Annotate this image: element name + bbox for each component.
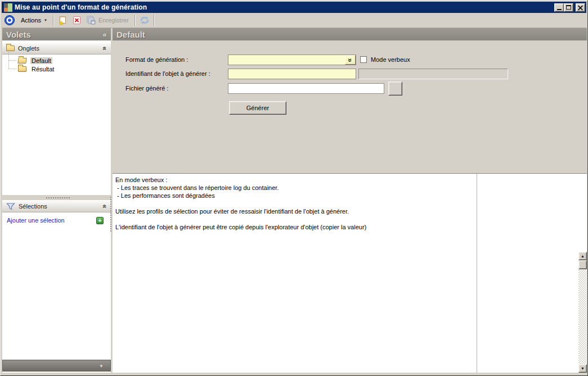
format-combobox-input[interactable]: [228, 55, 345, 65]
open-folder-icon: [17, 58, 26, 64]
toolbar: Actions ▼ ★ Enregistrer: [2, 13, 586, 28]
collapse-sidebar-icon[interactable]: «: [103, 30, 107, 39]
fichier-input[interactable]: [228, 83, 384, 94]
window-title: Mise au point d'un format de génération: [15, 3, 147, 11]
volets-panel-header: Volets «: [2, 28, 111, 40]
vertical-scrollbar[interactable]: ▲ ▼: [578, 252, 587, 373]
actions-menu-button[interactable]: Actions ▼: [17, 16, 51, 25]
delete-icon: [73, 16, 81, 25]
sidebar: Volets « Onglets « Default Résultat: [2, 28, 111, 373]
app-icon: [4, 3, 12, 12]
format-combobox[interactable]: »: [228, 55, 356, 65]
mode-verbeux-label[interactable]: Mode verbeux: [371, 55, 410, 65]
onglets-tree: Default Résultat: [2, 55, 111, 195]
plus-icon: +: [98, 217, 101, 224]
volets-title: Volets: [6, 30, 31, 39]
delete-button[interactable]: [70, 14, 83, 26]
close-icon: [577, 5, 583, 10]
save-label: Enregistrer: [98, 17, 129, 24]
help-line: En mode verbeux :: [115, 176, 470, 184]
generer-button[interactable]: Générer: [229, 101, 286, 115]
help-text: En mode verbeux : - Les traces se trouve…: [115, 176, 470, 231]
toolbar-separator: [134, 15, 136, 26]
help-line: Utilisez les profils de sélection pour é…: [115, 207, 470, 215]
tree-item-resultat[interactable]: Résultat: [2, 65, 111, 73]
toolbar-separator: [154, 15, 155, 26]
refresh-icon: [140, 16, 150, 25]
sidebar-bottom-bar[interactable]: ▼: [2, 360, 111, 372]
scroll-up-button[interactable]: ▲: [578, 252, 587, 260]
scroll-up-icon: ▲: [581, 254, 585, 258]
collapse-group-icon[interactable]: «: [101, 47, 109, 51]
panel-divider: [477, 174, 477, 373]
new-button[interactable]: ★: [56, 14, 70, 26]
titlebar[interactable]: Mise au point d'un format de génération: [2, 2, 586, 13]
help-line: - Les performances sont dégradées: [115, 192, 470, 200]
toolbar-separator: [53, 15, 54, 26]
panel-title: Default: [116, 30, 145, 39]
onglets-title: Onglets: [18, 45, 39, 52]
minimize-icon: [557, 9, 562, 10]
onglets-group-header[interactable]: Onglets «: [2, 42, 111, 55]
actions-label: Actions: [21, 17, 41, 24]
identifiant-label: Identifiant de l'objet à générer :: [125, 69, 210, 79]
vertical-splitter[interactable]: [110, 197, 112, 232]
scrollbar-thumb[interactable]: [578, 260, 587, 269]
save-button[interactable]: Enregistrer: [83, 14, 132, 26]
combobox-dropdown-button[interactable]: »: [345, 55, 356, 65]
caret-down-icon: ▼: [44, 19, 47, 22]
maximize-button[interactable]: [564, 3, 573, 12]
app-window: Mise au point d'un format de génération …: [0, 0, 588, 376]
actions-target-icon: [4, 15, 15, 26]
fichier-label: Fichier généré :: [125, 83, 168, 94]
identifiant-readonly-field: [358, 69, 508, 79]
save-icon: [87, 16, 96, 25]
splitter-grip: [46, 197, 70, 198]
selections-title: Sélections: [19, 203, 47, 210]
chevron-double-down-icon: »: [347, 58, 354, 62]
default-panel-header: Default: [113, 28, 587, 40]
help-line: L'identifiant de l'objet à générer peut …: [115, 223, 470, 231]
identifiant-input[interactable]: [228, 69, 356, 79]
tree-item-default[interactable]: Default: [2, 56, 111, 65]
selections-group-header[interactable]: Sélections «: [2, 200, 111, 212]
expand-down-icon: ▼: [99, 364, 104, 369]
format-label: Format de génération :: [125, 55, 188, 65]
tree-item-label[interactable]: Résultat: [30, 66, 55, 73]
folder-icon: [18, 66, 26, 72]
minimize-button[interactable]: [554, 3, 564, 12]
sidebar-horizontal-splitter[interactable]: [2, 195, 111, 200]
add-selection-button[interactable]: +: [96, 217, 104, 224]
folder-icon: [6, 46, 15, 51]
filter-icon: [6, 202, 15, 211]
form-area: Format de génération : » Mode verbeux Id…: [113, 40, 587, 173]
scroll-down-button[interactable]: ▼: [578, 364, 587, 373]
add-selection-link[interactable]: Ajouter une sélection: [7, 217, 65, 224]
tree-item-label[interactable]: Default: [30, 57, 52, 64]
refresh-button[interactable]: [138, 14, 151, 26]
main-panel: Default Format de génération : » Mode ve…: [113, 28, 587, 373]
maximize-icon: [566, 5, 571, 10]
help-line: - Les traces se trouvent dans le réperto…: [115, 184, 470, 192]
window-controls: [554, 3, 585, 12]
new-document-icon: ★: [59, 16, 67, 25]
help-panel: En mode verbeux : - Les traces se trouve…: [113, 173, 587, 373]
collapse-group-icon[interactable]: «: [101, 205, 109, 209]
selections-body: Ajouter une sélection +: [2, 212, 111, 360]
scroll-down-icon: ▼: [581, 366, 585, 370]
mode-verbeux-checkbox[interactable]: [360, 56, 367, 63]
browse-button[interactable]: [388, 81, 402, 96]
close-button[interactable]: [576, 3, 585, 12]
